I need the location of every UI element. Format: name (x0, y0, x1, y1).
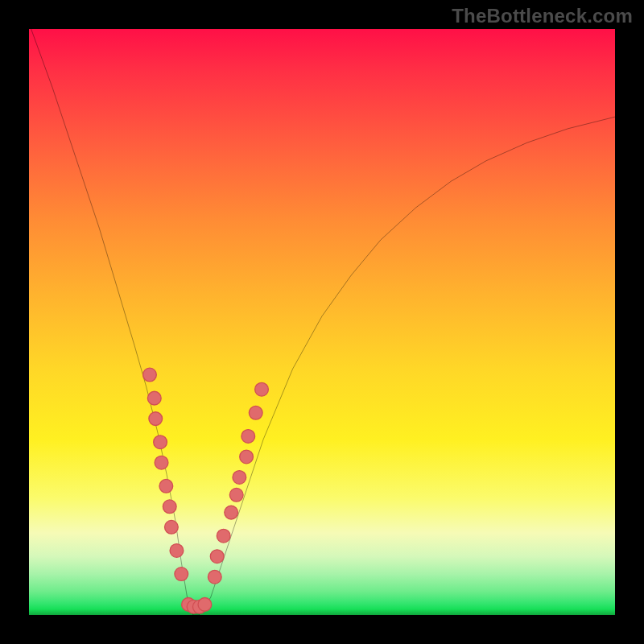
curve-marker (255, 382, 269, 396)
curve-marker (198, 598, 212, 612)
curve-marker (159, 479, 173, 493)
curve-marker (155, 456, 168, 469)
curve-marker (149, 412, 163, 426)
curve-marker (147, 391, 161, 405)
curve-marker (208, 570, 221, 584)
curve-marker (242, 430, 255, 444)
curve-marker (154, 436, 167, 449)
curve-marker (225, 506, 238, 519)
curve-marker (217, 529, 230, 543)
curve-marker (163, 500, 176, 514)
chart-svg (29, 29, 615, 615)
curve-markers (143, 368, 269, 613)
watermark-text: TheBottleneck.com (452, 5, 633, 27)
curve-marker (175, 568, 188, 581)
curve-marker (240, 450, 254, 464)
curve-marker (229, 488, 243, 502)
curve-marker (210, 550, 224, 564)
curve-marker (233, 471, 246, 485)
chart-frame: TheBottleneck.com (0, 0, 644, 644)
bottleneck-curve (29, 29, 615, 615)
curve-marker (170, 544, 184, 558)
curve-marker (143, 368, 157, 382)
curve-marker (249, 406, 262, 419)
curve-marker (165, 520, 179, 534)
